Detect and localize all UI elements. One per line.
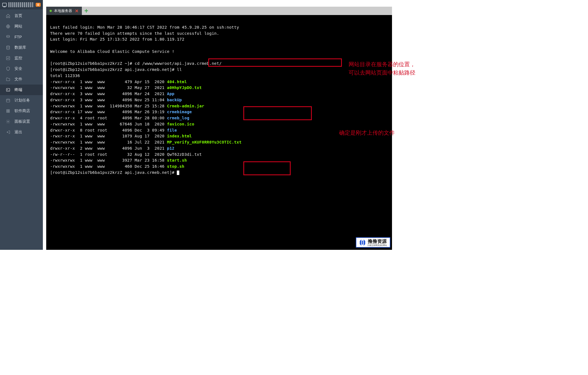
sidebar-item-label: FTP <box>14 35 22 39</box>
sidebar: 0 首页 网站 FTP 数据库 监控 <box>0 0 43 250</box>
chart-icon <box>6 56 11 61</box>
gear-icon <box>6 119 11 124</box>
svg-point-1 <box>7 35 10 36</box>
ftp-icon <box>6 34 11 40</box>
sidebar-item-label: 监控 <box>14 56 22 61</box>
main-area: 本地服务器 ✕ + Last failed login: Mon Mar 28 … <box>43 0 392 250</box>
tab-label: 本地服务器 <box>54 8 72 13</box>
sidebar-item-label: 终端 <box>14 87 22 92</box>
top-gap <box>43 0 392 7</box>
svg-rect-7 <box>8 110 10 111</box>
sidebar-item-label: 安全 <box>14 66 22 71</box>
status-dot-icon <box>50 10 52 12</box>
svg-rect-9 <box>8 111 10 113</box>
sidebar-menu: 首页 网站 FTP 数据库 监控 安全 <box>0 9 43 250</box>
home-icon <box>6 13 11 18</box>
logout-icon <box>6 130 11 135</box>
sidebar-item-store[interactable]: 软件商店 <box>0 106 43 116</box>
sidebar-item-security[interactable]: 安全 <box>0 63 43 74</box>
sidebar-item-monitor[interactable]: 监控 <box>0 53 43 63</box>
sidebar-item-settings[interactable]: 面板设置 <box>0 116 43 127</box>
shield-icon <box>6 66 11 71</box>
sidebar-item-terminal[interactable]: 终端 <box>0 85 43 95</box>
sidebar-header: 0 <box>0 0 43 9</box>
svg-point-2 <box>7 46 10 47</box>
sidebar-item-label: 退出 <box>14 130 22 135</box>
sidebar-item-label: 首页 <box>14 13 22 18</box>
sidebar-item-label: 文件 <box>14 77 22 82</box>
database-icon <box>6 45 11 50</box>
terminal-output[interactable]: Last failed login: Mon Mar 28 10:46:17 C… <box>46 15 392 250</box>
grid-icon <box>6 108 11 114</box>
sidebar-item-logout[interactable]: 退出 <box>0 127 43 137</box>
svg-point-10 <box>8 121 9 122</box>
notification-badge[interactable]: 0 <box>36 3 41 7</box>
new-tab-button[interactable]: + <box>82 7 91 15</box>
terminal-icon <box>6 87 11 92</box>
sidebar-item-home[interactable]: 首页 <box>0 11 43 21</box>
sidebar-item-database[interactable]: 数据库 <box>0 42 43 53</box>
terminal-tabbar: 本地服务器 ✕ + <box>46 7 392 15</box>
terminal-tab[interactable]: 本地服务器 ✕ <box>46 7 82 15</box>
globe-icon <box>6 24 11 29</box>
sidebar-item-cron[interactable]: 计划任务 <box>0 95 43 106</box>
sidebar-item-site[interactable]: 网站 <box>0 21 43 32</box>
folder-icon <box>6 77 11 82</box>
sidebar-item-ftp[interactable]: FTP <box>0 32 43 42</box>
app-root: 0 首页 网站 FTP 数据库 监控 <box>0 0 392 250</box>
monitor-icon <box>2 3 7 7</box>
sidebar-item-label: 数据库 <box>14 45 26 50</box>
svg-rect-4 <box>6 88 10 92</box>
svg-rect-5 <box>6 99 10 102</box>
sidebar-item-label: 计划任务 <box>14 98 30 103</box>
svg-rect-6 <box>7 110 8 111</box>
server-name-blurred <box>8 2 34 7</box>
close-icon[interactable]: ✕ <box>75 8 79 14</box>
terminal-wrapper: Last failed login: Mon Mar 28 10:46:17 C… <box>43 15 392 250</box>
calendar-icon <box>6 98 11 103</box>
sidebar-item-label: 软件商店 <box>14 108 30 114</box>
sidebar-item-label: 面板设置 <box>14 119 30 124</box>
sidebar-item-files[interactable]: 文件 <box>0 74 43 85</box>
sidebar-item-label: 网站 <box>14 24 22 29</box>
svg-rect-8 <box>7 111 8 113</box>
